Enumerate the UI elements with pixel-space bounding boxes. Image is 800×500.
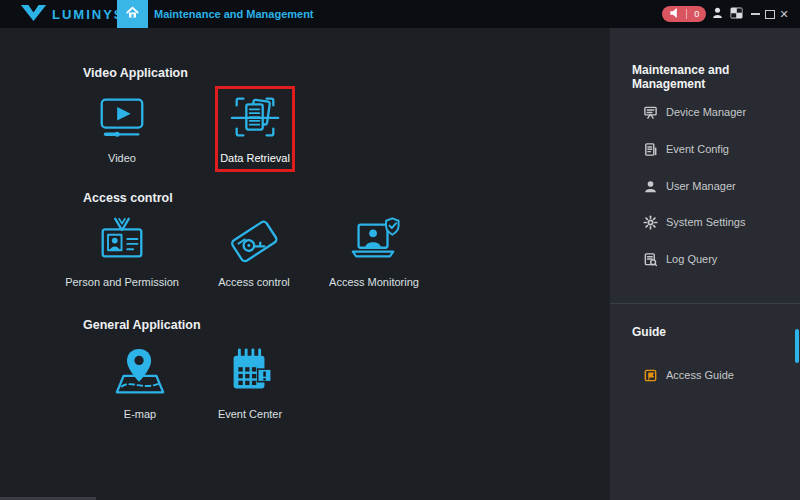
screen-layout-icon <box>730 5 743 23</box>
app-item-person-and-permission[interactable]: Person and Permission <box>67 214 177 288</box>
speaker-icon <box>669 5 680 23</box>
maximize-button[interactable] <box>762 0 777 28</box>
home-icon <box>126 5 139 23</box>
sidebar-item-label: User Manager <box>666 180 736 192</box>
id-badge-icon <box>95 214 149 268</box>
map-pin-icon <box>113 346 167 400</box>
sidebar-item-system-settings[interactable]: System Settings <box>643 214 745 230</box>
sidebar: Maintenance and Management Device Manage… <box>610 28 800 500</box>
video-icon <box>95 90 149 144</box>
device-manager-icon <box>643 105 658 120</box>
app-label: Access Monitoring <box>329 276 419 288</box>
app-label: Data Retrieval <box>220 152 290 164</box>
app-item-access-control[interactable]: Access control <box>199 214 309 288</box>
sidebar-item-user-manager[interactable]: User Manager <box>643 178 736 194</box>
user-account-button[interactable] <box>707 0 727 28</box>
log-query-icon <box>643 252 658 267</box>
calendar-alert-icon <box>223 346 277 400</box>
access-guide-icon <box>643 368 658 383</box>
access-card-icon <box>227 214 281 268</box>
gear-icon <box>643 215 658 230</box>
section-title-general-application: General Application <box>83 318 201 332</box>
app-item-data-retrieval[interactable]: Data Retrieval <box>200 90 310 164</box>
sidebar-title: Maintenance and Management <box>632 63 800 91</box>
alarm-count: 0 <box>694 10 699 19</box>
app-item-video[interactable]: Video <box>67 90 177 164</box>
sidebar-item-label: System Settings <box>666 216 745 228</box>
minimize-icon <box>751 13 760 15</box>
luminys-logo-icon <box>20 2 47 27</box>
user-manager-icon <box>643 179 658 194</box>
section-title-access-control: Access control <box>83 191 173 205</box>
home-tab-button[interactable] <box>117 0 148 28</box>
sidebar-divider <box>610 303 800 304</box>
sidebar-item-device-manager[interactable]: Device Manager <box>643 104 746 120</box>
active-tab-label[interactable]: Maintenance and Management <box>154 0 314 28</box>
pill-divider <box>686 9 687 19</box>
app-label: E-map <box>124 408 156 420</box>
sidebar-item-access-guide[interactable]: Access Guide <box>643 367 734 383</box>
sidebar-scrollbar-thumb[interactable] <box>795 329 799 363</box>
app-label: Video <box>108 152 136 164</box>
close-button[interactable]: ✕ <box>776 0 792 28</box>
app-label: Person and Permission <box>65 276 179 288</box>
sidebar-item-label: Device Manager <box>666 106 746 118</box>
app-item-event-center[interactable]: Event Center <box>195 346 305 420</box>
section-title-video-application: Video Application <box>83 66 188 80</box>
app-label: Access control <box>218 276 290 288</box>
sidebar-item-label: Event Config <box>666 143 729 155</box>
event-config-icon <box>643 142 658 157</box>
data-retrieval-icon <box>228 90 282 144</box>
laptop-shield-icon <box>347 214 401 268</box>
brand-logo: LUMINYS <box>20 0 125 28</box>
sidebar-item-label: Access Guide <box>666 369 734 381</box>
minimize-button[interactable] <box>748 0 763 28</box>
app-item-access-monitoring[interactable]: Access Monitoring <box>319 214 429 288</box>
sidebar-item-log-query[interactable]: Log Query <box>643 251 717 267</box>
brand-name: LUMINYS <box>52 7 125 22</box>
titlebar: LUMINYS Maintenance and Management 0 <box>0 0 800 28</box>
screen-layout-button[interactable] <box>726 0 746 28</box>
sidebar-item-event-config[interactable]: Event Config <box>643 141 729 157</box>
app-label: Event Center <box>218 408 282 420</box>
close-icon: ✕ <box>779 8 788 21</box>
person-icon <box>711 5 724 23</box>
guide-section-title: Guide <box>632 325 666 339</box>
alarm-counter-button[interactable]: 0 <box>662 6 706 22</box>
maximize-icon <box>765 10 775 19</box>
app-window: LUMINYS Maintenance and Management 0 <box>0 0 800 500</box>
launcher-area: Video Application Video <box>0 28 610 500</box>
app-item-e-map[interactable]: E-map <box>85 346 195 420</box>
sidebar-item-label: Log Query <box>666 253 717 265</box>
